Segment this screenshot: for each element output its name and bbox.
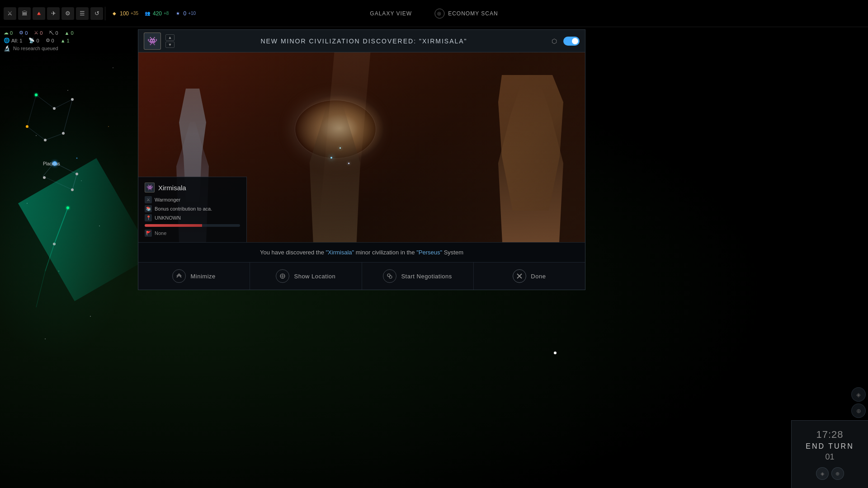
stat-cog: ⚙ 0 bbox=[46, 38, 54, 43]
dialog-prev-button[interactable]: ▲ bbox=[165, 34, 175, 41]
stat-sword: ⚔ 0 bbox=[34, 30, 42, 36]
stat-clouds: ☁ 0 bbox=[4, 30, 13, 36]
hud-icon-sword[interactable]: ⚔ bbox=[4, 7, 16, 20]
svg-line-5 bbox=[54, 99, 72, 108]
end-turn-number: 01 bbox=[825, 452, 834, 462]
main-dialog: 👾 ▲ ▼ NEW MINOR CIVILIZATION DISCOVERED:… bbox=[138, 29, 585, 290]
hud-icons: ⚔ 🏛 🔺 ✈ ⚙ ☰ ↺ bbox=[4, 7, 103, 20]
start-negotiations-button[interactable]: Start Negotiations bbox=[362, 263, 474, 290]
aca-label: Bonus contribution to aca. bbox=[155, 206, 212, 211]
stats-row-1: ☁ 0 ⚙ 0 ⚔ 0 ⛏ 0 ▲ 0 bbox=[4, 29, 127, 37]
civ-info-overlay: 👾 Xirmisala ⚔ Warmonger 📚 Bonus contribu… bbox=[138, 177, 247, 242]
end-turn-time: 17:28 bbox=[816, 429, 843, 441]
relations-label: None bbox=[155, 230, 166, 236]
dialog-toggle[interactable] bbox=[563, 37, 580, 46]
dialog-footer: Minimize Show Location Start Negotia bbox=[138, 263, 585, 290]
bottom-right-icons: ◈ ⊕ bbox=[851, 387, 866, 418]
svg-line-6 bbox=[27, 95, 36, 127]
hud-icon-gear[interactable]: ⚙ bbox=[61, 7, 74, 20]
svg-line-12 bbox=[36, 271, 45, 307]
svg-line-11 bbox=[45, 244, 54, 271]
top-hud: ⚔ 🏛 🔺 ✈ ⚙ ☰ ↺ ◆ 100 +35 👥 420 +8 ★ 0 +10… bbox=[0, 0, 868, 27]
dialog-title: NEW MINOR CIVILIZATION DISCOVERED: "XIRM… bbox=[179, 38, 549, 45]
stat-signal: 📡 0 bbox=[28, 38, 39, 43]
svg-line-2 bbox=[72, 174, 77, 190]
dialog-civ-icon: 👾 bbox=[144, 33, 161, 50]
economy-scan-label: ECONOMY SCAN bbox=[448, 10, 498, 17]
svg-line-0 bbox=[43, 163, 54, 176]
economy-scan-button[interactable]: ◎ ECONOMY SCAN bbox=[430, 6, 502, 21]
stat-unit: ▲ 1 bbox=[61, 38, 70, 43]
minimize-label: Minimize bbox=[190, 273, 215, 280]
minimize-icon bbox=[172, 269, 186, 283]
civ-name: Xirmisala bbox=[158, 184, 186, 192]
br-icon-2[interactable]: ⊕ bbox=[851, 404, 866, 418]
desc-before: You have discovered the bbox=[260, 249, 326, 256]
hud-icon-plane[interactable]: ✈ bbox=[47, 7, 60, 20]
svg-line-8 bbox=[45, 133, 63, 140]
warmonger-label: Warmonger bbox=[155, 197, 180, 202]
desc-after: System bbox=[442, 249, 463, 256]
civ-icon-small: 👾 bbox=[145, 183, 155, 192]
civ-trait-aca: 📚 Bonus contribution to aca. bbox=[145, 205, 240, 212]
minimize-button[interactable]: Minimize bbox=[138, 263, 250, 290]
civ-status-fill bbox=[145, 224, 202, 227]
relations-icon: 🚩 bbox=[145, 230, 152, 237]
research-icon: 🔬 bbox=[4, 45, 10, 52]
show-location-label: Show Location bbox=[294, 273, 335, 280]
galaxy-view-label: GALAXY VIEW bbox=[370, 10, 412, 17]
dialog-export-button[interactable]: ⬡ bbox=[549, 36, 560, 47]
end-turn-sub-icons: ◈ ⊕ bbox=[816, 467, 844, 480]
end-turn-icon-1[interactable]: ◈ bbox=[816, 467, 829, 480]
star-icon: ★ bbox=[174, 10, 181, 17]
hud-icon-building[interactable]: 🏛 bbox=[18, 7, 31, 20]
resource-gold: ◆ 100 +35 bbox=[111, 10, 138, 17]
hud-icon-triangle[interactable]: 🔺 bbox=[33, 7, 45, 20]
desc-middle: minor civilization in the bbox=[354, 249, 416, 256]
desc-system-name: "Perseus" bbox=[416, 249, 442, 256]
svg-line-4 bbox=[36, 95, 54, 108]
dialog-image: 👾 Xirmisala ⚔ Warmonger 📚 Bonus contribu… bbox=[138, 52, 585, 242]
svg-line-10 bbox=[54, 208, 68, 244]
galaxy-view-button[interactable]: GALAXY VIEW bbox=[365, 8, 416, 19]
end-turn-panel[interactable]: 17:28 END TURN 01 ◈ ⊕ bbox=[791, 420, 868, 488]
civ-trait-warmonger: ⚔ Warmonger bbox=[145, 196, 240, 203]
stat-all: 🌐 All: 1 bbox=[4, 38, 22, 43]
dialog-nav-buttons: ▲ ▼ bbox=[165, 34, 175, 48]
hud-icon-refresh[interactable]: ↺ bbox=[90, 7, 103, 20]
civ-relations: 🚩 None bbox=[145, 230, 240, 237]
show-location-icon bbox=[276, 269, 289, 283]
resource-population: 👥 420 +8 bbox=[144, 10, 169, 17]
svg-line-7 bbox=[27, 127, 45, 140]
show-location-button[interactable]: Show Location bbox=[250, 263, 362, 290]
minimap-connections bbox=[0, 0, 131, 488]
hud-icon-menu[interactable]: ☰ bbox=[76, 7, 89, 20]
resource-stars: ★ 0 +10 bbox=[174, 10, 196, 17]
dialog-next-button[interactable]: ▼ bbox=[165, 42, 175, 48]
energy-spark-2 bbox=[340, 147, 341, 149]
end-turn-label: END TURN bbox=[806, 442, 854, 450]
end-turn-icon-2[interactable]: ⊕ bbox=[831, 467, 844, 480]
br-icon-1[interactable]: ◈ bbox=[851, 387, 866, 402]
research-bar[interactable]: 🔬 No research queued bbox=[0, 43, 131, 53]
svg-line-3 bbox=[43, 176, 72, 190]
location-icon: 📍 bbox=[145, 214, 152, 221]
civ-status-bar bbox=[145, 224, 240, 227]
done-button[interactable]: Done bbox=[474, 263, 585, 290]
research-label: No research queued bbox=[13, 46, 58, 51]
warmonger-icon: ⚔ bbox=[145, 196, 152, 203]
negotiations-icon bbox=[383, 269, 396, 283]
svg-line-9 bbox=[63, 99, 72, 133]
stat-mine: ⛏ 0 bbox=[49, 30, 58, 36]
dialog-header-actions: ⬡ bbox=[549, 36, 580, 47]
gold-icon: ◆ bbox=[111, 10, 118, 17]
location-label: UNKNOWN bbox=[155, 215, 181, 221]
aca-icon: 📚 bbox=[145, 205, 152, 212]
dialog-header: 👾 ▲ ▼ NEW MINOR CIVILIZATION DISCOVERED:… bbox=[138, 30, 585, 52]
hud-separator bbox=[105, 7, 105, 20]
dialog-description: You have discovered the "Xirmisala" mino… bbox=[138, 242, 585, 263]
desc-civ-name: "Xirmisala" bbox=[326, 249, 354, 256]
stat-ship: ▲ 0 bbox=[65, 30, 74, 36]
energy-spark bbox=[330, 157, 332, 159]
civ-location: 📍 UNKNOWN bbox=[145, 214, 240, 221]
